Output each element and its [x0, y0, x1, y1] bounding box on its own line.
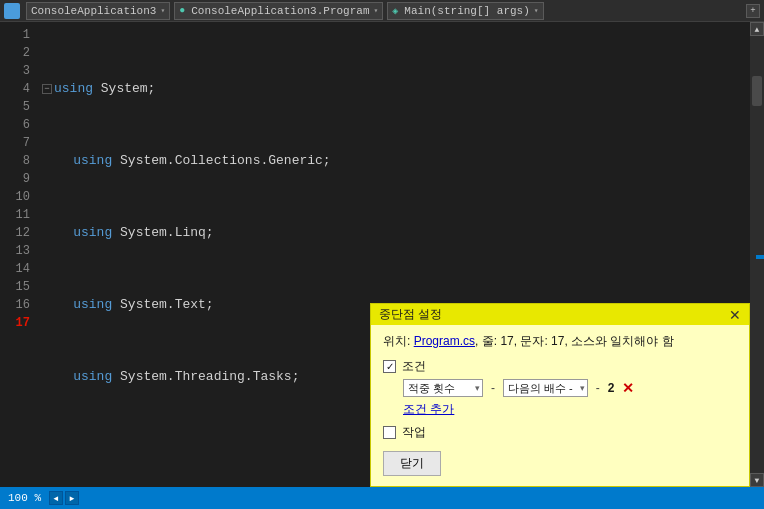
zoom-level: 100 %	[8, 492, 41, 504]
bp-location-label: 위치:	[383, 334, 410, 348]
bp-panel-header: 중단점 설정 ✕	[371, 304, 749, 325]
bp-add-condition-link[interactable]: 조건 추가	[403, 402, 454, 416]
class-dropdown-label: ConsoleApplication3.Program	[191, 5, 369, 17]
class-dropdown-arrow: ▾	[374, 6, 379, 15]
collapse-1[interactable]: −	[42, 84, 52, 94]
editor-container: 1 2 3 4 5 6 7 8 9 10 11 12 13 14 15 16 1…	[0, 22, 764, 487]
scroll-up-button[interactable]: ▲	[750, 22, 764, 36]
bp-multiple-dropdown[interactable]: 다음의 배수 -	[503, 379, 588, 397]
bp-condition-row: 적중 횟수 - 다음의 배수 - - 2 ✕	[403, 379, 737, 397]
file-dropdown-arrow: ▾	[160, 6, 165, 15]
bp-location: 위치: Program.cs, 줄: 17, 문자: 17, 소스와 일치해야 …	[383, 333, 737, 350]
bp-task-checkbox[interactable]	[383, 426, 396, 439]
bp-close-button[interactable]: 닫기	[383, 451, 441, 476]
class-dropdown[interactable]: ● ConsoleApplication3.Program ▾	[174, 2, 383, 20]
scroll-down-button[interactable]: ▼	[750, 473, 764, 487]
method-icon: ◈	[392, 5, 398, 17]
bp-task-label: 작업	[402, 424, 426, 441]
method-dropdown-arrow: ▾	[534, 6, 539, 15]
scroll-indicator	[756, 255, 764, 259]
bp-panel-title: 중단점 설정	[379, 306, 442, 323]
class-icon: ●	[179, 5, 185, 16]
vertical-scrollbar[interactable]: ▲ ▼	[750, 22, 764, 487]
code-line-3: using System.Linq;	[42, 224, 750, 242]
file-dropdown[interactable]: ConsoleApplication3 ▾	[26, 2, 170, 20]
method-dropdown-label: Main(string[] args)	[404, 5, 529, 17]
bp-add-condition-container: 조건 추가	[383, 401, 737, 418]
bp-task-section: 작업	[383, 424, 737, 441]
bp-condition-checkbox[interactable]	[383, 360, 396, 373]
scroll-left-button[interactable]: ◄	[49, 491, 63, 505]
scroll-controls: ◄ ►	[49, 491, 79, 505]
bp-condition-label: 조건	[402, 358, 426, 375]
line-numbers: 1 2 3 4 5 6 7 8 9 10 11 12 13 14 15 16 1…	[0, 22, 38, 487]
bp-close-button-container: 닫기	[383, 441, 737, 476]
code-line-2: using System.Collections.Generic;	[42, 152, 750, 170]
bp-location-link[interactable]: Program.cs	[414, 334, 475, 348]
scrollbar-thumb[interactable]	[752, 76, 762, 106]
bp-delete-icon[interactable]: ✕	[622, 380, 634, 396]
code-line-1: −using System;	[42, 80, 750, 98]
status-bar: 100 % ◄ ►	[0, 487, 764, 509]
bp-close-icon[interactable]: ✕	[729, 307, 741, 323]
breakpoint-settings-panel: 중단점 설정 ✕ 위치: Program.cs, 줄: 17, 문자: 17, …	[370, 303, 750, 487]
method-dropdown[interactable]: ◈ Main(string[] args) ▾	[387, 2, 543, 20]
bp-condition-section: 조건	[383, 358, 737, 375]
bp-location-detail: , 줄: 17, 문자: 17, 소스와 일치해야 함	[475, 334, 674, 348]
bp-separator: -	[491, 381, 495, 395]
bp-count-value: 2	[608, 381, 615, 395]
bp-hit-count-label: 적중 횟수	[408, 381, 455, 396]
app-icon	[4, 3, 20, 19]
scroll-right-button[interactable]: ►	[65, 491, 79, 505]
bp-multiple-label: 다음의 배수 -	[508, 381, 573, 396]
editor-expand-button[interactable]: +	[746, 4, 760, 18]
scrollbar-track[interactable]	[750, 36, 764, 473]
file-dropdown-label: ConsoleApplication3	[31, 5, 156, 17]
bp-value-separator: -	[596, 381, 600, 395]
bp-hit-count-dropdown[interactable]: 적중 횟수	[403, 379, 483, 397]
title-bar: ConsoleApplication3 ▾ ● ConsoleApplicati…	[0, 0, 764, 22]
